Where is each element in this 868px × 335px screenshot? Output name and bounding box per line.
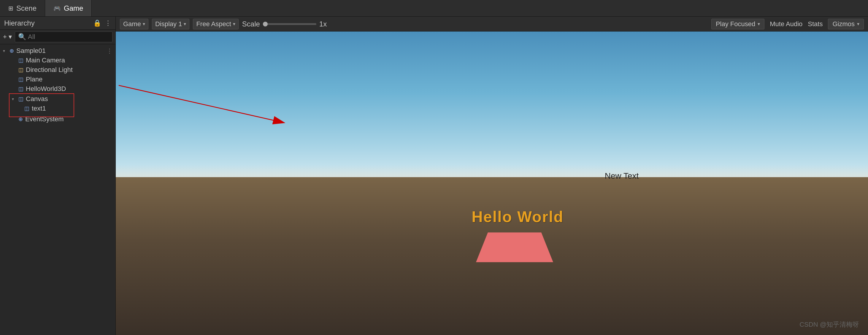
- tree-label-main-camera: Main Camera: [26, 56, 65, 64]
- game-dropdown-arrow: ▾: [143, 21, 145, 27]
- sample01-icon: ⊕: [9, 48, 14, 54]
- aspect-dropdown-arrow: ▾: [233, 21, 235, 27]
- mute-audio-button[interactable]: Mute Audio: [770, 20, 802, 28]
- hw3d-icon: ◫: [19, 86, 24, 92]
- tree-label-canvas: Canvas: [26, 95, 48, 103]
- tree-item-sample01[interactable]: ▾ ⊕ Sample01 ⋮: [0, 46, 116, 56]
- gizmos-arrow: ▾: [857, 21, 859, 27]
- tab-scene[interactable]: ⊞ Scene: [0, 0, 45, 16]
- play-focused-label: Play Focused: [716, 20, 755, 28]
- tree-item-helloworld3d[interactable]: ◫ HelloWorld3D: [0, 84, 116, 94]
- scale-slider[interactable]: [263, 23, 316, 25]
- tree-item-canvas[interactable]: ▾ ◫ Canvas: [0, 94, 116, 104]
- tree-item-main-camera[interactable]: ◫ Main Camera: [0, 56, 116, 65]
- game-toolbar: Game ▾ Display 1 ▾ Free Aspect ▾ Scale 1…: [116, 17, 868, 31]
- canvas-icon: ◫: [19, 96, 24, 102]
- tree-label-plane: Plane: [26, 76, 42, 83]
- play-focused-button[interactable]: Play Focused ▾: [711, 19, 765, 29]
- search-icon: 🔍: [18, 33, 26, 41]
- lock-icon[interactable]: 🔒: [93, 19, 101, 27]
- game-dropdown[interactable]: Game ▾: [120, 19, 148, 29]
- tree-item-text1[interactable]: ◫ text1: [0, 104, 116, 113]
- scale-label: Scale: [242, 20, 260, 28]
- aspect-label: Free Aspect: [196, 20, 231, 28]
- dlight-icon: ◫: [19, 66, 24, 73]
- tab-game[interactable]: 🎮 Game: [45, 0, 92, 16]
- hierarchy-panel: Hierarchy 🔒 ⋮ + ▾ 🔍 ▾ ⊕ Sample01 ⋮: [0, 17, 116, 335]
- tab-scene-label: Scene: [16, 4, 36, 12]
- hierarchy-tree: ▾ ⊕ Sample01 ⋮ ◫ Main Camera ◫ Direction…: [0, 44, 116, 335]
- tree-label-helloworld3d: HelloWorld3D: [26, 85, 66, 93]
- game-label: Game: [123, 20, 141, 28]
- search-box[interactable]: 🔍: [15, 31, 113, 42]
- play-focused-arrow: ▾: [757, 21, 760, 27]
- eventsystem-icon: ⊕: [19, 116, 23, 122]
- stats-button[interactable]: Stats: [808, 20, 823, 28]
- plane-icon: ◫: [19, 76, 24, 83]
- tree-label-eventsystem: EventSystem: [25, 115, 64, 123]
- gizmos-label: Gizmos: [832, 20, 855, 28]
- game-toolbar-left: Game ▾ Display 1 ▾ Free Aspect ▾ Scale 1…: [120, 19, 707, 29]
- search-input[interactable]: [28, 33, 109, 41]
- svg-marker-0: [476, 232, 553, 262]
- game-canvas[interactable]: Hello World New Text CSDN @知乎: [116, 31, 868, 335]
- hierarchy-title: Hierarchy: [4, 19, 35, 27]
- more-icon[interactable]: ⋮: [105, 19, 111, 27]
- hierarchy-toolbar: + ▾ 🔍: [0, 30, 116, 44]
- game-toolbar-right: Play Focused ▾ Mute Audio Stats Gizmos ▾: [711, 19, 864, 29]
- expand-arrow-sample01: ▾: [3, 49, 7, 53]
- tree-item-eventsystem[interactable]: ⊕ EventSystem: [0, 114, 116, 124]
- main-camera-icon: ◫: [19, 57, 24, 64]
- hierarchy-header: Hierarchy 🔒 ⋮: [0, 17, 116, 30]
- tree-item-plane[interactable]: ◫ Plane: [0, 75, 116, 84]
- three-dots-sample01[interactable]: ⋮: [106, 47, 113, 54]
- display-dropdown[interactable]: Display 1 ▾: [152, 19, 189, 29]
- tree-label-sample01: Sample01: [16, 47, 46, 55]
- watermark: CSDN @知乎清梅呀: [800, 320, 859, 329]
- display-label: Display 1: [155, 20, 182, 28]
- new-text-label: New Text: [605, 171, 639, 181]
- main-layout: Hierarchy 🔒 ⋮ + ▾ 🔍 ▾ ⊕ Sample01 ⋮: [0, 17, 868, 335]
- add-button[interactable]: + ▾: [3, 33, 12, 41]
- game-view-panel: Game ▾ Display 1 ▾ Free Aspect ▾ Scale 1…: [116, 17, 868, 335]
- hierarchy-actions: 🔒 ⋮: [93, 19, 111, 27]
- tree-label-directional-light: Directional Light: [26, 66, 73, 74]
- scale-row: Scale 1x: [242, 20, 327, 28]
- gizmos-button[interactable]: Gizmos ▾: [828, 19, 864, 29]
- expand-arrow-canvas: ▾: [12, 96, 16, 101]
- tree-item-directional-light[interactable]: ◫ Directional Light: [0, 65, 116, 75]
- text1-icon: ◫: [24, 105, 29, 112]
- display-dropdown-arrow: ▾: [184, 21, 186, 27]
- aspect-dropdown[interactable]: Free Aspect ▾: [193, 19, 238, 29]
- hello-world-text: Hello World: [471, 208, 563, 226]
- game-icon: 🎮: [54, 5, 61, 12]
- tab-game-label: Game: [64, 4, 83, 12]
- scale-dot: [263, 22, 268, 26]
- scene-icon: ⊞: [8, 5, 13, 12]
- scale-value: 1x: [319, 20, 327, 28]
- tree-label-text1: text1: [32, 105, 46, 112]
- hierarchy-title-text: Hierarchy: [4, 19, 35, 27]
- top-tab-bar: ⊞ Scene 🎮 Game: [0, 0, 868, 17]
